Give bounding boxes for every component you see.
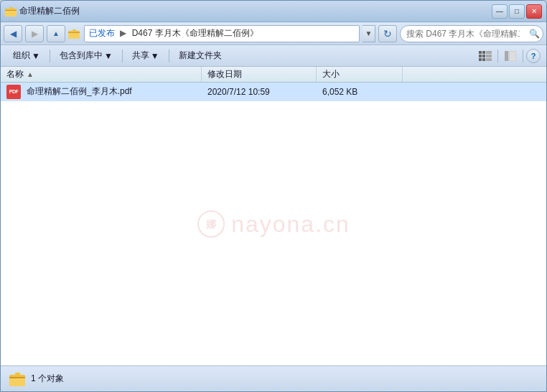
file-size: 6,052 KB xyxy=(322,87,357,97)
svg-rect-13 xyxy=(482,55,485,57)
minimize-button[interactable]: — xyxy=(492,4,508,19)
window-title: 命理精解二佰例 xyxy=(19,5,80,17)
svg-text:娜: 娜 xyxy=(205,218,216,230)
library-arrow: ▼ xyxy=(104,51,113,61)
svg-rect-16 xyxy=(482,58,485,61)
close-button[interactable]: ✕ xyxy=(526,4,542,19)
column-headers: 名称 ▲ 修改日期 大小 xyxy=(1,67,546,83)
svg-rect-9 xyxy=(479,51,482,54)
share-button[interactable]: 共享 ▼ xyxy=(126,48,166,64)
svg-rect-3 xyxy=(5,10,17,17)
file-date: 2020/7/12 10:59 xyxy=(207,87,270,97)
breadcrumb-bar[interactable]: 已发布 ▶ D467 李月木《命理精解二佰例》 xyxy=(84,25,360,42)
organize-button[interactable]: 组织 ▼ xyxy=(6,48,47,64)
svg-rect-17 xyxy=(486,58,492,61)
file-name-cell: PDF 命理精解二佰例_李月木.pdf xyxy=(1,83,202,101)
toolbar-right: ? xyxy=(476,48,541,64)
organize-label: 组织 xyxy=(13,50,30,62)
toolbar-separator-2 xyxy=(122,50,123,62)
search-button[interactable]: 🔍 xyxy=(525,25,543,42)
search-input[interactable] xyxy=(401,29,525,39)
title-bar-left: 命理精解二佰例 xyxy=(5,5,80,17)
sort-arrow: ▲ xyxy=(27,70,34,78)
help-button[interactable]: ? xyxy=(526,49,541,63)
watermark-logo: 娜 xyxy=(197,210,225,238)
svg-rect-10 xyxy=(482,51,485,54)
pane-icon xyxy=(505,51,516,61)
back-button[interactable]: ◀ xyxy=(4,25,22,42)
view-options-button[interactable] xyxy=(476,48,495,64)
file-name: 命理精解二佰例_李月木.pdf xyxy=(27,85,132,98)
library-button[interactable]: 包含到库中 ▼ xyxy=(53,48,119,64)
maximize-button[interactable]: □ xyxy=(509,4,525,19)
explorer-window: 命理精解二佰例 — □ ✕ ◀ ▶ ▲ 已发布 ▶ D467 李月木《命理精解二… xyxy=(0,0,547,392)
library-label: 包含到库中 xyxy=(60,50,103,62)
svg-rect-25 xyxy=(9,377,25,378)
new-folder-button[interactable]: 新建文件夹 xyxy=(172,48,228,64)
organize-arrow: ▼ xyxy=(32,51,40,61)
svg-rect-18 xyxy=(505,51,508,61)
svg-rect-11 xyxy=(486,51,492,54)
svg-rect-1 xyxy=(5,9,10,10)
svg-rect-12 xyxy=(479,55,482,57)
status-count: 1 个对象 xyxy=(31,373,64,385)
forward-button[interactable]: ▶ xyxy=(25,25,44,42)
view-grid-icon xyxy=(479,51,492,61)
svg-rect-15 xyxy=(479,58,482,61)
toolbar-separator-4 xyxy=(497,50,498,62)
svg-rect-6 xyxy=(73,29,76,31)
new-folder-label: 新建文件夹 xyxy=(179,50,222,62)
breadcrumb-dropdown[interactable]: ▼ xyxy=(363,25,375,42)
share-arrow: ▼ xyxy=(151,51,159,61)
column-header-name[interactable]: 名称 ▲ xyxy=(1,67,202,82)
pdf-icon: PDF xyxy=(6,85,22,99)
svg-rect-7 xyxy=(68,32,80,39)
breadcrumb-folder-icon xyxy=(68,29,80,39)
refresh-button[interactable]: ↻ xyxy=(378,25,397,42)
status-bar: 1 个对象 xyxy=(1,365,546,391)
watermark: 娜 nayona.cn xyxy=(197,210,350,238)
column-header-rest[interactable] xyxy=(403,67,546,82)
svg-rect-2 xyxy=(9,7,13,9)
svg-rect-8 xyxy=(68,32,80,33)
file-date-cell: 2020/7/12 10:59 xyxy=(202,83,317,101)
svg-rect-19 xyxy=(509,51,516,61)
search-box: 🔍 xyxy=(400,25,543,42)
address-bar-row: ◀ ▶ ▲ 已发布 ▶ D467 李月木《命理精解二佰例》 ▼ ↻ 🔍 xyxy=(1,22,546,45)
window-controls: — □ ✕ xyxy=(492,4,542,19)
svg-rect-4 xyxy=(5,10,17,11)
file-size-cell: 6,052 KB xyxy=(317,83,403,101)
column-header-size[interactable]: 大小 xyxy=(317,67,403,82)
column-header-date[interactable]: 修改日期 xyxy=(202,67,317,82)
up-button[interactable]: ▲ xyxy=(47,25,65,42)
svg-rect-14 xyxy=(486,55,492,57)
pane-toggle-button[interactable] xyxy=(501,48,520,64)
status-folder-icon xyxy=(9,372,25,386)
svg-point-20 xyxy=(198,211,224,237)
file-list: 娜 nayona.cn PDF 命理精解二佰例_李月木.pdf 2020/7/1… xyxy=(1,83,546,365)
title-bar: 命理精解二佰例 — □ ✕ xyxy=(1,1,546,22)
toolbar-separator-5 xyxy=(523,50,523,62)
toolbar-row: 组织 ▼ 包含到库中 ▼ 共享 ▼ 新建文件夹 xyxy=(1,45,546,67)
breadcrumb-text: 已发布 ▶ D467 李月木《命理精解二佰例》 xyxy=(89,27,258,39)
toolbar-separator-1 xyxy=(50,50,50,62)
watermark-text: nayona.cn xyxy=(231,211,350,238)
table-row[interactable]: PDF 命理精解二佰例_李月木.pdf 2020/7/12 10:59 6,05… xyxy=(1,83,546,101)
svg-rect-23 xyxy=(15,373,20,375)
window-icon xyxy=(5,6,17,17)
share-label: 共享 xyxy=(132,50,149,62)
toolbar-separator-3 xyxy=(169,50,169,62)
